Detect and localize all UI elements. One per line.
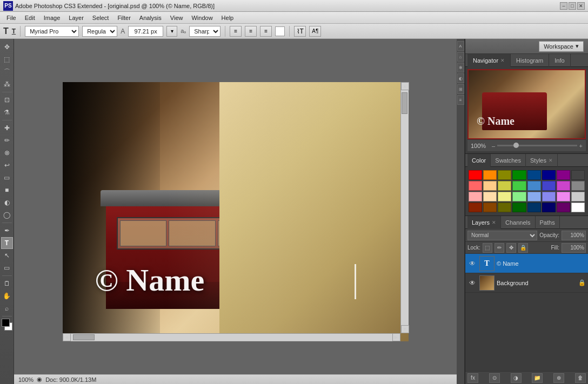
- scroll-left-button[interactable]: ◀: [63, 333, 71, 341]
- swatch-ee88ee[interactable]: [557, 192, 570, 201]
- eraser-tool[interactable]: ▭: [1, 172, 13, 184]
- pen-tool[interactable]: ✒: [1, 225, 13, 237]
- text-color-box[interactable]: [275, 26, 285, 36]
- tab-channels[interactable]: Channels: [501, 216, 535, 229]
- anti-alias-select[interactable]: Sharp: [189, 26, 220, 37]
- zoom-track[interactable]: [497, 145, 577, 146]
- vertical-scrollbar[interactable]: ▲ ▼: [400, 82, 409, 333]
- lock-transparent-button[interactable]: ⬚: [483, 243, 492, 253]
- swatch-006600[interactable]: [512, 203, 526, 212]
- tab-histogram[interactable]: Histogram: [511, 54, 549, 67]
- panel-tool-4[interactable]: ◐: [457, 73, 464, 83]
- color-picker[interactable]: [1, 318, 13, 331]
- swatch-ffffff[interactable]: [571, 203, 585, 212]
- close-navigator-tab[interactable]: ✕: [500, 58, 505, 63]
- panel-tool-5[interactable]: ⊞: [457, 84, 464, 94]
- scroll-down-button[interactable]: ▼: [401, 325, 409, 333]
- canvas-image[interactable]: © Name: [63, 82, 409, 341]
- swatch-666600[interactable]: [498, 203, 511, 212]
- swatch-8888ee[interactable]: [542, 192, 556, 201]
- layer-visibility-bg[interactable]: 👁: [467, 278, 477, 288]
- swatch-ff8800[interactable]: [483, 170, 497, 180]
- align-center-button[interactable]: ≡: [245, 26, 257, 37]
- swatch-008800[interactable]: [512, 170, 526, 180]
- layer-item-name[interactable]: 👁 T © Name: [465, 254, 588, 273]
- new-layer-button[interactable]: ⊕: [553, 373, 564, 383]
- character-panel-button[interactable]: A¶: [309, 26, 321, 37]
- swatch-cccccc[interactable]: [571, 192, 585, 201]
- blend-mode-select[interactable]: Normal: [467, 231, 537, 240]
- align-left-button[interactable]: ≡: [230, 26, 242, 37]
- blur-tool[interactable]: ◐: [1, 197, 13, 208]
- layer-visibility-name[interactable]: 👁: [467, 259, 477, 268]
- swatch-4488cc[interactable]: [527, 181, 541, 191]
- font-family-select[interactable]: Myriad Pro: [25, 26, 79, 37]
- magic-wand-tool[interactable]: ⁂: [1, 78, 13, 90]
- swatch-444444[interactable]: [571, 170, 585, 180]
- menu-layer[interactable]: Layer: [64, 14, 88, 22]
- stamp-tool[interactable]: ⊗: [1, 147, 13, 159]
- healing-brush-tool[interactable]: ✚: [1, 122, 13, 134]
- swatch-ffddaa[interactable]: [483, 192, 497, 201]
- layer-item-background[interactable]: 👁 Background 🔒: [465, 273, 588, 293]
- layer-style-button[interactable]: fx: [467, 373, 478, 383]
- font-size-dropdown[interactable]: ▾: [166, 26, 177, 37]
- zoom-tool[interactable]: ⌕: [1, 302, 13, 314]
- align-right-button[interactable]: ≡: [260, 26, 272, 37]
- panel-tool-6[interactable]: ≡: [457, 95, 464, 105]
- tab-swatches[interactable]: Swatches: [491, 154, 526, 167]
- brush-tool[interactable]: ✏: [1, 134, 13, 146]
- swatch-ff0000[interactable]: [469, 170, 482, 180]
- close-styles-tab[interactable]: ✕: [549, 158, 553, 163]
- adjustment-layer-button[interactable]: ◑: [511, 373, 522, 383]
- menu-help[interactable]: Help: [217, 14, 238, 22]
- lock-position-button[interactable]: ✥: [506, 243, 516, 253]
- zoom-thumb[interactable]: [513, 143, 519, 148]
- menu-filter[interactable]: Filter: [113, 14, 135, 22]
- scroll-thumb-h[interactable]: [73, 334, 95, 340]
- font-style-select[interactable]: Regular: [82, 26, 117, 37]
- swatch-cccc44[interactable]: [498, 181, 511, 191]
- swatch-003366[interactable]: [527, 203, 541, 212]
- swatch-ffaaaa[interactable]: [469, 192, 482, 201]
- panel-tool-1[interactable]: A: [457, 41, 464, 51]
- opacity-input[interactable]: [562, 231, 586, 240]
- shape-tool[interactable]: ▭: [1, 262, 13, 274]
- tab-info[interactable]: Info: [549, 54, 570, 67]
- move-tool[interactable]: ✥: [1, 41, 13, 53]
- swatch-88ee88[interactable]: [512, 192, 526, 201]
- fill-input[interactable]: [562, 243, 586, 253]
- warp-text-button[interactable]: ⌇T: [294, 26, 306, 37]
- font-size-input[interactable]: [128, 26, 163, 37]
- gradient-tool[interactable]: ■: [1, 184, 13, 196]
- menu-analysis[interactable]: Analysis: [135, 14, 166, 22]
- menu-edit[interactable]: Edit: [21, 14, 39, 22]
- history-brush-tool[interactable]: ↩: [1, 159, 13, 171]
- lock-all-button[interactable]: 🔒: [518, 243, 528, 253]
- new-group-button[interactable]: 📁: [532, 373, 543, 383]
- menu-select[interactable]: Select: [88, 14, 113, 22]
- notes-tool[interactable]: 🗒: [1, 278, 13, 289]
- menu-window[interactable]: Window: [187, 14, 217, 22]
- swatch-000066[interactable]: [542, 203, 556, 212]
- menu-view[interactable]: View: [166, 14, 188, 22]
- panel-tool-3[interactable]: ✻: [457, 63, 464, 72]
- swatch-004488[interactable]: [527, 170, 541, 180]
- swatch-eeee88[interactable]: [498, 192, 511, 201]
- delete-layer-button[interactable]: 🗑: [575, 373, 586, 383]
- swatch-88aaee[interactable]: [527, 192, 541, 201]
- tab-styles[interactable]: Styles ✕: [526, 154, 558, 167]
- layer-mask-button[interactable]: ⊙: [489, 373, 500, 383]
- scroll-up-button[interactable]: ▲: [401, 82, 409, 90]
- hand-tool[interactable]: ✋: [1, 290, 13, 302]
- crop-tool[interactable]: ⊡: [1, 94, 13, 106]
- swatch-ff6666[interactable]: [469, 181, 482, 191]
- foreground-color[interactable]: [2, 319, 10, 327]
- menu-image[interactable]: Image: [39, 14, 65, 22]
- scroll-thumb-v[interactable]: [402, 92, 407, 114]
- swatch-cc44cc[interactable]: [557, 181, 570, 191]
- tab-color[interactable]: Color: [467, 154, 491, 167]
- dodge-tool[interactable]: ◯: [1, 209, 13, 221]
- tab-paths[interactable]: Paths: [536, 216, 560, 229]
- lasso-tool[interactable]: ⌒: [1, 66, 13, 78]
